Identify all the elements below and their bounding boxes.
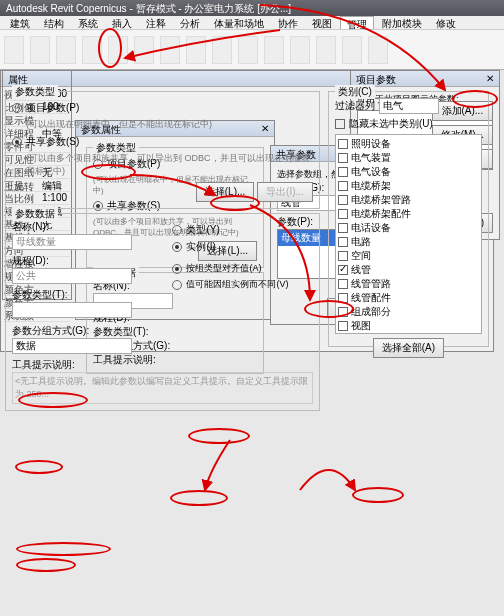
ptype-label: 参数类型(T): [12,288,152,302]
hint: (可以出现在明细表中，但是不能出现在标记中) [26,118,313,131]
cat-checkbox[interactable] [338,321,348,331]
cat-label: 线管 [351,263,371,277]
filter-combo[interactable]: 电气 [379,98,439,114]
filter-label: 过滤器列 [335,99,375,113]
label: 值可能因组实例而不同(V) [186,278,288,291]
tab[interactable]: 建筑 [4,16,36,29]
ribbon-button[interactable] [186,36,206,64]
cat-checkbox[interactable] [338,153,348,163]
cat-label: 电气装置 [351,151,391,165]
cat-label: 空间 [351,249,371,263]
tab[interactable]: 注释 [140,16,172,29]
disc-combo[interactable]: 公共 [12,268,132,284]
cat-checkbox[interactable] [338,167,348,177]
tab[interactable]: 系统 [72,16,104,29]
cat-label: 照明设备 [351,137,391,151]
app-title: Autodesk Revit Copernicus - 暂存模式 - 办公室电力… [6,2,291,14]
label: 类型(Y) [186,223,219,237]
legend: 参数数据 [12,207,58,221]
pgroup-label: 参数分组方式(G): [12,324,152,338]
tooltip-label: 工具提示说明: [12,358,313,372]
cat-checkbox[interactable] [338,181,348,191]
hide-unchecked[interactable] [335,119,345,129]
tab[interactable]: 结构 [38,16,70,29]
select-all-button[interactable]: 选择全部(A) [373,338,444,358]
select-button[interactable]: 选择(L)... [196,182,255,202]
tab[interactable]: 插入 [106,16,138,29]
cat-label: 电话设备 [351,221,391,235]
ribbon [0,30,504,70]
label: 隐藏未选中类别(U) [349,117,433,131]
export-button: 导出(I)... [257,182,313,202]
cat-checkbox[interactable] [338,139,348,149]
cat-label: 电路 [351,235,371,249]
type-radio[interactable] [172,225,182,235]
ribbon-button[interactable] [238,36,258,64]
cat-checkbox[interactable] [338,209,348,219]
cat-checkbox[interactable] [338,293,348,303]
annotation-oval [170,490,228,506]
name-input[interactable]: 母线数量 [12,234,132,250]
ribbon-button[interactable] [316,36,336,64]
ribbon-button[interactable] [82,36,102,64]
label: 实例(I) [186,240,215,254]
annotation-oval [352,487,404,503]
cat-label: 组成部分 [351,305,391,319]
annotation-arrow [200,440,240,502]
cat-label: 详图项目 [351,333,391,334]
category-list[interactable]: 照明设备电气装置电气设备电缆桥架电缆桥架管路电缆桥架配件电话设备电路空间线管线管… [335,134,482,334]
annotation-arrow [300,430,380,502]
name-label: 名称(N): [12,220,152,234]
ribbon-button[interactable] [160,36,180,64]
titlebar: Autodesk Revit Copernicus - 暂存模式 - 办公室电力… [0,0,504,16]
cat-label: 电气设备 [351,165,391,179]
ptype-combo[interactable] [12,302,132,318]
vary-radio[interactable] [172,280,182,290]
ribbon-button[interactable] [56,36,76,64]
tab[interactable]: 体量和场地 [208,16,270,29]
cat-checkbox[interactable] [338,279,348,289]
ribbon-button[interactable] [264,36,284,64]
tab[interactable]: 附加模块 [376,16,428,29]
cat-checkbox[interactable] [338,307,348,317]
cat-label: 线管配件 [351,291,391,305]
label: 共享参数(S) [26,135,79,149]
instance-radio[interactable] [172,242,182,252]
cat-checkbox[interactable] [338,251,348,261]
cat-label: 视图 [351,319,371,333]
annotation-oval [188,428,250,444]
shared-param-radio[interactable] [12,137,22,147]
proj-param-radio[interactable] [12,103,22,113]
ribbon-button[interactable] [368,36,388,64]
tab[interactable]: 分析 [174,16,206,29]
ribbon-button[interactable] [212,36,232,64]
tab[interactable]: 协作 [272,16,304,29]
ribbon-button[interactable] [342,36,362,64]
tab[interactable]: 视图 [306,16,338,29]
cat-checkbox[interactable] [338,223,348,233]
annotation-oval [15,460,63,474]
tab-manage[interactable]: 管理 [340,16,374,29]
dialog-title: 项目参数 [356,73,396,84]
align-radio[interactable] [172,264,182,274]
cat-checkbox[interactable] [338,195,348,205]
close-icon[interactable]: ✕ [486,73,494,84]
pgroup-combo[interactable]: 数据 [12,338,132,354]
ribbon-proj-params[interactable] [108,36,128,64]
annotation-oval [16,558,76,572]
ribbon-button[interactable] [30,36,50,64]
cat-checkbox[interactable] [338,265,348,275]
tooltip-hint: <无工具提示说明。编辑此参数以编写自定义工具提示。自定义工具提示限为 250..… [12,372,313,404]
ribbon-tabs: 建筑 结构 系统 插入 注释 分析 体量和场地 协作 视图 管理 附加模块 修改 [0,16,504,30]
cat-label: 电缆桥架管路 [351,193,411,207]
hint: (可以由多个项目和族共享，可以导出到 ODBC，并且可以出现在明细表和标记中) [26,152,313,178]
ribbon-button[interactable] [4,36,24,64]
cat-label: 电缆桥架配件 [351,207,411,221]
cat-checkbox[interactable] [338,237,348,247]
ribbon-button[interactable] [134,36,154,64]
ribbon-button[interactable] [290,36,310,64]
legend: 参数类型 [12,85,58,99]
annotation-oval [16,542,111,556]
tab[interactable]: 修改 [430,16,462,29]
cat-label: 线管管路 [351,277,391,291]
